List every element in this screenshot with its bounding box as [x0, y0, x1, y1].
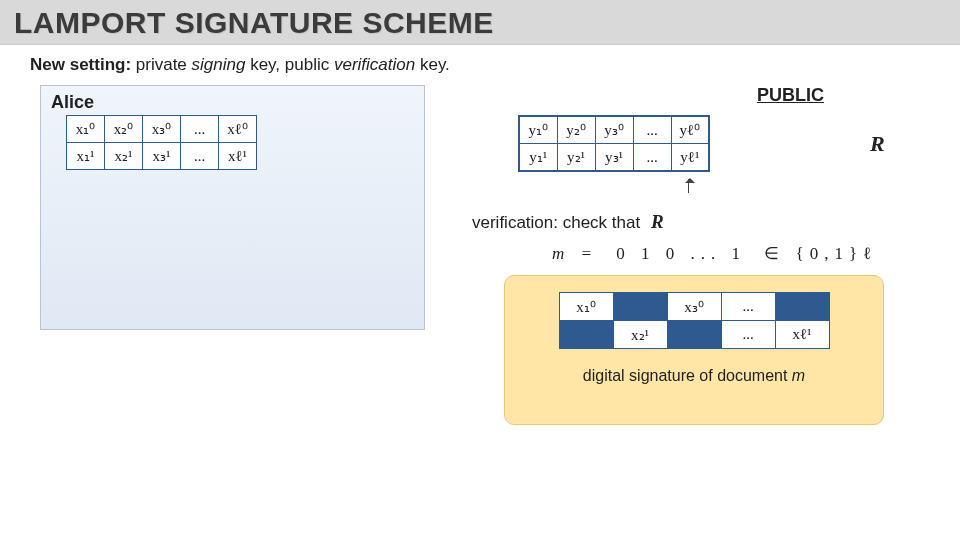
table-row: x₂¹ ... xℓ¹: [559, 321, 829, 349]
setting-text-3: key.: [415, 55, 450, 74]
cell-dark: [775, 293, 829, 321]
verification-text: verification: check that R: [472, 211, 664, 233]
diagram-stage: Alice x₁⁰ x₂⁰ x₃⁰ ... xℓ⁰ x₁¹ x₂¹ x₃¹ ..…: [0, 79, 960, 509]
alice-label: Alice: [51, 92, 94, 113]
public-label: PUBLIC: [757, 85, 824, 106]
cell: yℓ¹: [671, 144, 709, 172]
cell: xℓ¹: [219, 143, 257, 170]
sig-caption-text: digital signature of document: [583, 367, 792, 384]
cell: x₂¹: [613, 321, 667, 349]
cell: x₃⁰: [143, 116, 181, 143]
m-eq: m =: [552, 244, 608, 263]
relation-R-inline: R: [651, 211, 664, 232]
cell: ...: [721, 321, 775, 349]
table-row: y₁¹ y₂¹ y₃¹ ... yℓ¹: [519, 144, 709, 172]
setting-ital-1: signing: [192, 55, 246, 74]
cell: y₂⁰: [557, 116, 595, 144]
cell: y₃⁰: [595, 116, 633, 144]
cell: ...: [721, 293, 775, 321]
setting-text-2: key, public: [245, 55, 334, 74]
m-bits: 0 1 0 ... 1: [616, 244, 746, 263]
cell: y₂¹: [557, 144, 595, 172]
cell-dark: [559, 321, 613, 349]
cell: x₁¹: [67, 143, 105, 170]
verif-label: verification: check that: [472, 213, 640, 232]
cell: xℓ⁰: [219, 116, 257, 143]
cell: x₂⁰: [105, 116, 143, 143]
m-domain: ∈ {0,1}ℓ: [754, 244, 877, 263]
setting-text-1: private: [131, 55, 191, 74]
table-row: y₁⁰ y₂⁰ y₃⁰ ... yℓ⁰: [519, 116, 709, 144]
table-row: x₁⁰ x₃⁰ ...: [559, 293, 829, 321]
message-bits-line: m = 0 1 0 ... 1 ∈ {0,1}ℓ: [548, 243, 881, 264]
cell: ...: [633, 116, 671, 144]
cell: ...: [181, 143, 219, 170]
setting-line: New setting: private signing key, public…: [0, 45, 960, 79]
relation-R-symbol: R: [870, 131, 885, 157]
table-row: x₁¹ x₂¹ x₃¹ ... xℓ¹: [67, 143, 257, 170]
setting-bold: New setting:: [30, 55, 131, 74]
cell: y₁¹: [519, 144, 557, 172]
cell: xℓ¹: [775, 321, 829, 349]
cell: x₂¹: [105, 143, 143, 170]
y-key-table: y₁⁰ y₂⁰ y₃⁰ ... yℓ⁰ y₁¹ y₂¹ y₃¹ ... yℓ¹: [518, 115, 710, 172]
signature-panel: x₁⁰ x₃⁰ ... x₂¹ ... xℓ¹ digital signatur…: [504, 275, 884, 425]
cell: x₃¹: [143, 143, 181, 170]
x-key-table: x₁⁰ x₂⁰ x₃⁰ ... xℓ⁰ x₁¹ x₂¹ x₃¹ ... xℓ¹: [66, 115, 257, 170]
signature-caption: digital signature of document m: [505, 367, 883, 385]
setting-ital-2: verification: [334, 55, 415, 74]
arrow-up-icon: [688, 179, 689, 193]
cell: ...: [181, 116, 219, 143]
signature-table: x₁⁰ x₃⁰ ... x₂¹ ... xℓ¹: [559, 292, 830, 349]
cell: y₁⁰: [519, 116, 557, 144]
cell: y₃¹: [595, 144, 633, 172]
cell-dark: [667, 321, 721, 349]
page-title: LAMPORT SIGNATURE SCHEME: [14, 6, 946, 40]
title-bar: LAMPORT SIGNATURE SCHEME: [0, 0, 960, 45]
cell-dark: [613, 293, 667, 321]
cell: x₁⁰: [67, 116, 105, 143]
cell: yℓ⁰: [671, 116, 709, 144]
cell: x₁⁰: [559, 293, 613, 321]
cell: x₃⁰: [667, 293, 721, 321]
cell: ...: [633, 144, 671, 172]
sig-caption-m: m: [792, 367, 805, 384]
table-row: x₁⁰ x₂⁰ x₃⁰ ... xℓ⁰: [67, 116, 257, 143]
